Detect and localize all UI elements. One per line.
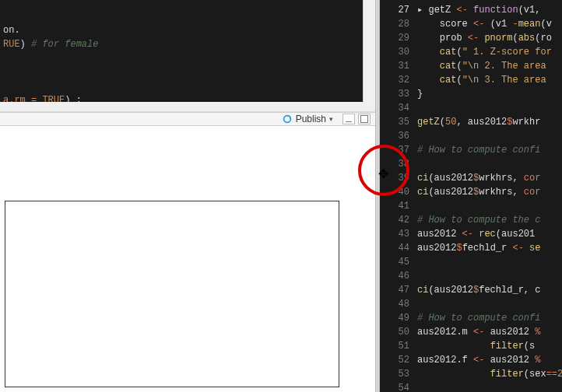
- plot-frame: [5, 201, 339, 387]
- line-number: 33: [380, 87, 409, 101]
- code-line: [417, 297, 562, 311]
- code-line: [417, 381, 562, 392]
- line-number: 47: [380, 283, 409, 297]
- line-number: 31: [380, 59, 409, 73]
- code-line: cat(" 1. Z-score for: [417, 45, 562, 59]
- line-number-gutter: 2728293031323334353637383940414243444546…: [380, 0, 417, 392]
- code-line: filter(s: [417, 339, 562, 353]
- code-line: [417, 269, 562, 283]
- vertical-scrollbar[interactable]: ⌄: [363, 0, 375, 102]
- console-editor[interactable]: on.RUE) # for femalea.rm = TRUE) :on.en …: [0, 0, 375, 102]
- line-number: 52: [380, 353, 409, 367]
- code-line: ci(aus2012$wrkhrs, cor: [417, 185, 562, 199]
- code-line: ci(aus2012$wrkhrs, cor: [417, 171, 562, 185]
- code-line: on.: [3, 25, 375, 39]
- code-line: a.rm = TRUE) :: [3, 95, 375, 102]
- line-number: 49: [380, 311, 409, 325]
- line-number: 45: [380, 255, 409, 269]
- source-editor-panel[interactable]: 2728293031323334353637383940414243444546…: [380, 0, 562, 392]
- code-line: filter(sex==2): [417, 367, 562, 381]
- code-line: prob <- pnorm(abs(ro: [417, 31, 562, 45]
- code-line: [3, 53, 375, 67]
- line-number: 38: [380, 157, 409, 171]
- minimize-pane-button[interactable]: [342, 114, 355, 124]
- line-number: 53: [380, 367, 409, 381]
- publish-icon[interactable]: [282, 114, 293, 124]
- code-line: [3, 67, 375, 81]
- code-line: [3, 81, 375, 95]
- line-number: 50: [380, 325, 409, 339]
- code-line: aus2012.f <- aus2012 %: [417, 353, 562, 367]
- code-line: [417, 157, 562, 171]
- publish-caret-icon[interactable]: ▾: [329, 115, 333, 123]
- line-number: 37: [380, 143, 409, 157]
- line-number: 30: [380, 45, 409, 59]
- code-line: aus2012 <- rec(aus201: [417, 227, 562, 241]
- code-line: # How to compute the c: [417, 213, 562, 227]
- publish-button[interactable]: Publish: [296, 114, 326, 124]
- line-number: 29: [380, 31, 409, 45]
- code-line: ci(aus2012$fechld_r, c: [417, 283, 562, 297]
- code-line: aus2012$fechld_r <- se: [417, 241, 562, 255]
- left-panel: on.RUE) # for femalea.rm = TRUE) :on.en …: [0, 0, 375, 392]
- code-line: RUE) # for female: [3, 39, 375, 53]
- plot-toolbar: Publish ▾: [0, 112, 375, 126]
- code-line: }: [417, 87, 562, 101]
- line-number: 43: [380, 227, 409, 241]
- code-line: cat("\n 2. The area: [417, 59, 562, 73]
- code-line: [417, 129, 562, 143]
- line-number: 35: [380, 115, 409, 129]
- line-number: 41: [380, 199, 409, 213]
- code-line: [417, 255, 562, 269]
- code-line: aus2012.m <- aus2012 %: [417, 325, 562, 339]
- plot-pane: [0, 126, 375, 392]
- line-number: 27: [380, 3, 409, 17]
- maximize-pane-button[interactable]: [358, 114, 371, 124]
- line-number: 42: [380, 213, 409, 227]
- line-number: 44: [380, 241, 409, 255]
- line-number: 39: [380, 171, 409, 185]
- line-number: 28: [380, 17, 409, 31]
- code-line: # How to compute confi: [417, 143, 562, 157]
- code-line: ▸ getZ <- function(v1,: [417, 3, 562, 17]
- line-number: 36: [380, 129, 409, 143]
- code-line: score <- (v1 -mean(v: [417, 17, 562, 31]
- code-line: [417, 101, 562, 115]
- line-number: 46: [380, 269, 409, 283]
- toolbar-spacer: [0, 102, 375, 112]
- line-number: 51: [380, 339, 409, 353]
- line-number: 40: [380, 185, 409, 199]
- code-line: [417, 199, 562, 213]
- code-line: # How to compute confi: [417, 311, 562, 325]
- line-number: 54: [380, 381, 409, 392]
- line-number: 48: [380, 297, 409, 311]
- code-line: getZ(50, aus2012$wrkhr: [417, 115, 562, 129]
- line-number: 32: [380, 73, 409, 87]
- source-code[interactable]: ▸ getZ <- function(v1, score <- (v1 -mea…: [417, 0, 562, 392]
- line-number: 34: [380, 101, 409, 115]
- code-line: cat("\n 3. The area: [417, 73, 562, 87]
